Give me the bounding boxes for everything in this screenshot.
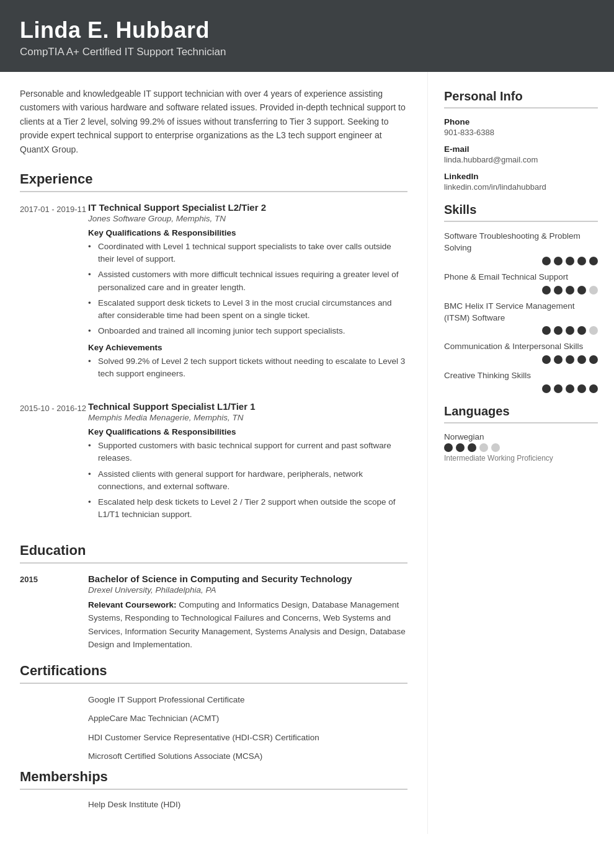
- skills-heading: Skills: [444, 203, 598, 217]
- language-dots: [444, 443, 598, 452]
- certifications-heading: Certifications: [20, 663, 407, 679]
- exp-qual-heading-1: Key Qualifications & Responsibilities: [88, 228, 407, 237]
- skill-item-3: BMC Helix IT Service Management (ITSM) S…: [444, 301, 598, 335]
- skill-dot: [577, 326, 586, 335]
- skill-dot: [566, 326, 574, 335]
- personal-info-section: Personal Info Phone 901-833-6388 E-mail …: [444, 89, 598, 192]
- skill-dot: [554, 355, 563, 364]
- skill-dot: [566, 355, 574, 364]
- certifications-divider: [20, 683, 407, 684]
- membership-item-1: Help Desk Institute (HDI): [88, 800, 407, 809]
- edu-degree-1: Bachelor of Science in Computing and Sec…: [88, 574, 407, 584]
- languages-heading: Languages: [444, 404, 598, 418]
- personal-info-heading: Personal Info: [444, 89, 598, 104]
- edu-content-1: Bachelor of Science in Computing and Sec…: [88, 574, 407, 652]
- skill-name: BMC Helix IT Service Management (ITSM) S…: [444, 301, 598, 324]
- education-section: Education 2015 Bachelor of Science in Co…: [20, 542, 407, 652]
- exp-achieve-item: Solved 99.2% of Level 2 tech support tic…: [88, 355, 407, 381]
- exp-achieve-heading-1: Key Achievements: [88, 343, 407, 352]
- skill-dot: [577, 286, 586, 294]
- skill-dot: [577, 257, 586, 265]
- memberships-heading: Memberships: [20, 769, 407, 785]
- languages-list: NorwegianIntermediate Working Proficienc…: [444, 432, 598, 463]
- exp-company-1: Jones Software Group, Memphis, TN: [88, 214, 407, 223]
- skills-section: Skills Software Troubleshooting & Proble…: [444, 203, 598, 393]
- edu-year-1: 2015: [20, 574, 88, 652]
- cert-item-1: Google IT Support Professional Certifica…: [88, 694, 407, 706]
- languages-divider: [444, 422, 598, 423]
- skill-dot: [554, 286, 563, 294]
- education-heading: Education: [20, 542, 407, 559]
- cert-item-3: HDI Customer Service Representative (HDI…: [88, 732, 407, 744]
- skill-dot: [554, 384, 563, 393]
- skill-item-1: Software Troubleshooting & Problem Solvi…: [444, 231, 598, 265]
- skill-name: Software Troubleshooting & Problem Solvi…: [444, 231, 598, 254]
- skills-divider: [444, 221, 598, 222]
- skill-dot: [554, 326, 563, 335]
- language-dot: [456, 443, 465, 452]
- skill-name: Phone & Email Technical Support: [444, 272, 598, 283]
- main-layout: Personable and knowledgeable IT support …: [0, 72, 614, 834]
- skill-dots: [444, 355, 598, 364]
- personal-info-divider: [444, 107, 598, 108]
- skill-dot: [589, 286, 598, 294]
- experience-divider: [20, 191, 407, 192]
- exp-qual-item: Assisted customers with more difficult t…: [88, 268, 407, 294]
- exp-content-2: Technical Support Specialist L1/Tier 1 M…: [88, 401, 407, 525]
- memberships-divider: [20, 789, 407, 790]
- candidate-title: CompTIA A+ Certified IT Support Technici…: [20, 46, 594, 58]
- languages-section: Languages NorwegianIntermediate Working …: [444, 404, 598, 463]
- email-item: E-mail linda.hubbard@gmail.com: [444, 144, 598, 164]
- language-item-1: NorwegianIntermediate Working Proficienc…: [444, 432, 598, 463]
- skill-dots: [444, 286, 598, 294]
- experience-item-2: 2015-10 - 2016-12 Technical Support Spec…: [20, 401, 407, 525]
- exp-title-1: IT Technical Support Specialist L2/Tier …: [88, 202, 407, 213]
- skill-dot: [542, 355, 551, 364]
- skill-name: Communication & Interpersonal Skills: [444, 341, 598, 353]
- skill-dot: [589, 355, 598, 364]
- exp-qualifications-1: Coordinated with Level 1 technical suppo…: [88, 241, 407, 338]
- right-column: Personal Info Phone 901-833-6388 E-mail …: [428, 72, 614, 834]
- edu-coursework-1: Relevant Coursework: Computing and Infor…: [88, 598, 407, 652]
- skill-dot: [542, 384, 551, 393]
- certifications-list: Google IT Support Professional Certifica…: [88, 694, 407, 763]
- candidate-name: Linda E. Hubbard: [20, 17, 594, 43]
- skill-dot: [589, 257, 598, 265]
- exp-qual-item: Coordinated with Level 1 technical suppo…: [88, 241, 407, 266]
- exp-dates-1: 2017-01 - 2019-11: [20, 202, 88, 384]
- exp-achievements-1: Solved 99.2% of Level 2 tech support tic…: [88, 355, 407, 381]
- phone-item: Phone 901-833-6388: [444, 117, 598, 137]
- exp-qual-item: Escalated help desk tickets to Level 2 /…: [88, 496, 407, 521]
- experience-section: Experience 2017-01 - 2019-11 IT Technica…: [20, 171, 407, 525]
- summary-text: Personable and knowledgeable IT support …: [20, 87, 407, 156]
- exp-qual-item: Onboarded and trained all incoming junio…: [88, 325, 407, 337]
- skill-dots: [444, 384, 598, 393]
- exp-dates-2: 2015-10 - 2016-12: [20, 401, 88, 525]
- left-column: Personable and knowledgeable IT support …: [0, 72, 428, 834]
- linkedin-item: LinkedIn linkedin.com/in/lindahubbard: [444, 172, 598, 192]
- skill-dot: [566, 384, 574, 393]
- exp-qual-item: Escalated support desk tickets to Level …: [88, 297, 407, 322]
- exp-content-1: IT Technical Support Specialist L2/Tier …: [88, 202, 407, 384]
- email-value: linda.hubbard@gmail.com: [444, 155, 598, 164]
- education-divider: [20, 562, 407, 564]
- skill-dot: [554, 257, 563, 265]
- experience-item-1: 2017-01 - 2019-11 IT Technical Support S…: [20, 202, 407, 384]
- skill-dot: [589, 384, 598, 393]
- coursework-label: Relevant Coursework:: [88, 600, 177, 609]
- skill-dot: [577, 355, 586, 364]
- certifications-section: Certifications Google IT Support Profess…: [20, 663, 407, 763]
- skill-dot: [542, 257, 551, 265]
- language-name: Norwegian: [444, 432, 598, 441]
- exp-company-2: Memphis Media Menagerie, Memphis, TN: [88, 413, 407, 422]
- resume-header: Linda E. Hubbard CompTIA A+ Certified IT…: [0, 0, 614, 72]
- linkedin-value: linkedin.com/in/lindahubbard: [444, 182, 598, 192]
- skill-dot: [542, 326, 551, 335]
- skill-item-2: Phone & Email Technical Support: [444, 272, 598, 294]
- cert-item-4: Microsoft Certified Solutions Associate …: [88, 750, 407, 763]
- exp-qual-heading-2: Key Qualifications & Responsibilities: [88, 427, 407, 436]
- skill-item-5: Creative Thinking Skills: [444, 370, 598, 393]
- skill-dot: [566, 257, 574, 265]
- language-dot: [468, 443, 476, 452]
- linkedin-label: LinkedIn: [444, 172, 598, 181]
